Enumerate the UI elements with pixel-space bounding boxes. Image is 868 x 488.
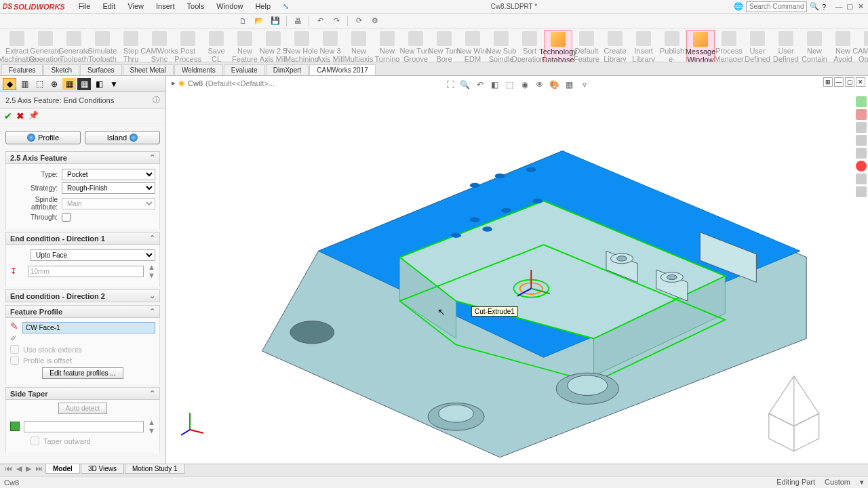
menu-window[interactable]: Window (211, 1, 248, 12)
ribbon-save-cl-file[interactable]: Save CL File (202, 30, 231, 62)
type-select[interactable]: Pocket (62, 169, 155, 180)
strategy-select[interactable]: Rough-Finish (62, 182, 155, 194)
feature-tab-surfaces[interactable]: Surfaces (80, 64, 121, 75)
search-input[interactable] (746, 1, 807, 12)
menu-tools[interactable]: Tools (182, 1, 210, 12)
close-icon[interactable]: ✕ (856, 2, 865, 12)
status-units[interactable]: Custom (825, 478, 850, 487)
depth-input[interactable] (28, 266, 144, 277)
viewport[interactable]: ▸ ◉ Cw8 (Default<<Default>... ⛶ 🔍 ↶ ◧ ⬚ … (166, 76, 868, 464)
hide-show-icon[interactable]: 👁 (534, 79, 546, 91)
ribbon-user-defined-tool-holder[interactable]: User Defined Tool/Holder (743, 30, 772, 62)
ribbon-generate-toolpath[interactable]: Generate Toolpath (60, 30, 88, 62)
file-explorer-icon[interactable] (856, 148, 867, 159)
filter-icon[interactable]: ▼ (107, 78, 121, 90)
ribbon-new-contain-area-[interactable]: New Contain Area... (800, 30, 829, 62)
reject-icon[interactable] (856, 109, 867, 120)
ribbon-camworks-sync-manager[interactable]: CAMWorks Sync Manager (145, 30, 174, 62)
feature-tab-sheet-metal[interactable]: Sheet Metal (123, 64, 174, 75)
tab-prev-icon[interactable]: ◀ (14, 464, 24, 472)
help-small-icon[interactable]: ⓘ (153, 95, 160, 105)
tab-next-icon[interactable]: ▶ (24, 464, 33, 472)
minimize-icon[interactable]: — (834, 2, 844, 12)
config-icon[interactable]: ⬚ (33, 78, 46, 90)
restore-icon[interactable]: ▢ (845, 2, 854, 12)
feature-tab-evaluate[interactable]: Evaluate (224, 64, 265, 75)
section-feature-profile[interactable]: Feature Profile⌃ (5, 305, 160, 318)
expand-icon[interactable]: ▸ (172, 79, 176, 87)
resources-icon[interactable] (856, 122, 867, 133)
view-palette-icon[interactable] (856, 161, 867, 171)
ribbon-default-feature-strategies[interactable]: Default Feature Strategies (572, 30, 601, 62)
edit-profiles-button[interactable]: Edit feature profiles ... (42, 367, 123, 379)
feature-tab-features[interactable]: Features (1, 64, 43, 75)
section-end-cond-1[interactable]: End condition - Direction 1⌃ (5, 232, 160, 245)
cancel-button[interactable]: ✖ (16, 110, 24, 121)
help-icon[interactable]: ? (822, 3, 826, 11)
custom-props-icon[interactable] (856, 186, 867, 197)
menu-view[interactable]: View (122, 1, 149, 12)
menu-file[interactable]: File (73, 1, 96, 12)
undo-icon[interactable]: ↶ (315, 16, 326, 26)
ribbon-technology-database[interactable]: Technology Database (544, 30, 572, 62)
tab-first-icon[interactable]: ⏮ (3, 464, 14, 472)
profile-list-item[interactable]: CW Face-1 (22, 322, 155, 333)
ribbon-publish-e-drawing[interactable]: Publish e-Drawing (658, 30, 686, 62)
ribbon-simulate-toolpath[interactable]: Simulate Toolpath (88, 30, 117, 62)
profile-button[interactable]: Profile (5, 131, 81, 144)
tab-model[interactable]: Model (45, 464, 80, 474)
edit-sketch-icon[interactable]: ✐ (10, 334, 18, 343)
save-icon[interactable]: 💾 (270, 16, 281, 26)
tab-motion-study[interactable]: Motion Study 1 (125, 464, 185, 474)
status-flag-icon[interactable]: ▾ (860, 478, 864, 487)
redo-icon[interactable]: ↷ (331, 16, 342, 26)
dim-icon[interactable]: ⊕ (47, 78, 61, 90)
appearances-icon[interactable] (856, 174, 867, 184)
open-icon[interactable]: 📂 (254, 16, 264, 26)
section-side-taper[interactable]: Side Taper⌃ (5, 387, 160, 400)
pushpin-icon[interactable]: 📌 (28, 110, 39, 121)
breadcrumb[interactable]: ▸ ◉ Cw8 (Default<<Default>... (172, 79, 275, 87)
print-icon[interactable]: 🖶 (292, 16, 303, 26)
confirm-icon[interactable] (856, 96, 867, 107)
feature-tab-dimxpert[interactable]: DimXpert (266, 64, 309, 75)
spinner-icon[interactable]: ▲▼ (148, 263, 155, 279)
ok-button[interactable]: ✔ (4, 110, 12, 121)
section-end-cond-2[interactable]: End condition - Direction 2⌄ (5, 289, 160, 302)
view-settings-icon[interactable]: ▿ (578, 79, 591, 91)
ribbon-create-library-object[interactable]: Create Library Object (601, 30, 629, 62)
vp-split-icon[interactable]: ⊞ (823, 77, 833, 87)
rebuild-icon[interactable]: ⟳ (353, 16, 364, 26)
ribbon-post-process[interactable]: Post Process (174, 30, 202, 62)
ribbon-message-window[interactable]: Message Window (686, 30, 715, 62)
scene-icon[interactable]: ▦ (564, 79, 576, 91)
ribbon-generate-operation-plan[interactable]: Generate Operation Plan (31, 30, 60, 62)
cam-tree-icon[interactable]: ▦ (62, 78, 76, 90)
vp-close-icon[interactable]: ✕ (856, 77, 865, 87)
zoom-fit-icon[interactable]: ⛶ (444, 79, 456, 91)
new-doc-icon[interactable]: 🗋 (237, 16, 248, 26)
prev-view-icon[interactable]: ↶ (474, 79, 486, 91)
appearance-icon[interactable]: 🎨 (549, 79, 561, 91)
ribbon-insert-library-object[interactable]: Insert Library Object (629, 30, 658, 62)
display-style-icon[interactable]: ◉ (519, 79, 531, 91)
menu-pin-icon[interactable]: ⤡ (277, 1, 294, 12)
feature-tab-sketch[interactable]: Sketch (43, 64, 79, 75)
menu-help[interactable]: Help (250, 1, 276, 12)
tab-3d-views[interactable]: 3D Views (81, 464, 124, 474)
view-orient-icon[interactable]: ⬚ (504, 79, 516, 91)
cam-tool-icon[interactable]: ◧ (92, 78, 106, 90)
options-icon[interactable]: ⚙ (370, 16, 380, 26)
design-lib-icon[interactable] (856, 135, 867, 146)
vp-min-icon[interactable]: — (834, 77, 844, 87)
ribbon-camworks-options[interactable]: CAMWorks Options (857, 30, 868, 62)
feature-tab-weldments[interactable]: Weldments (174, 64, 223, 75)
spindle-select[interactable]: Main (62, 198, 155, 209)
ribbon-extract-machinable-features[interactable]: Extract Machinable Features (3, 30, 31, 62)
feature-tab-camworks-2017[interactable]: CAMWorks 2017 (309, 64, 375, 75)
zoom-area-icon[interactable]: 🔍 (459, 79, 471, 91)
vp-max-icon[interactable]: ▢ (845, 77, 854, 87)
search-icon[interactable]: 🔍 (810, 2, 819, 11)
ribbon-user-defined-tool-block[interactable]: User Defined Tool Block (772, 30, 800, 62)
property-icon[interactable]: ▥ (18, 78, 31, 90)
